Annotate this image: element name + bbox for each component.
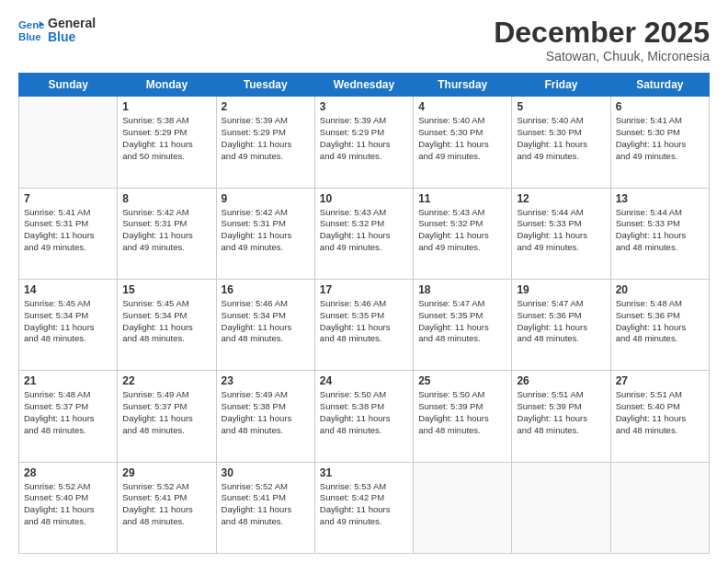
day-info: Sunrise: 5:45 AMSunset: 5:34 PMDaylight:… xyxy=(24,298,112,345)
calendar-cell: 30Sunrise: 5:52 AMSunset: 5:41 PMDayligh… xyxy=(216,462,314,553)
day-info: Sunrise: 5:50 AMSunset: 5:39 PMDaylight:… xyxy=(418,389,506,436)
calendar-week-row: 21Sunrise: 5:48 AMSunset: 5:37 PMDayligh… xyxy=(19,371,710,462)
day-number: 27 xyxy=(616,374,704,387)
day-info: Sunrise: 5:43 AMSunset: 5:32 PMDaylight:… xyxy=(320,207,408,254)
title-block: December 2025 Satowan, Chuuk, Micronesia xyxy=(494,17,710,63)
calendar-cell: 11Sunrise: 5:43 AMSunset: 5:32 PMDayligh… xyxy=(414,188,512,279)
calendar-day-header: Wednesday xyxy=(314,74,413,97)
day-number: 30 xyxy=(222,466,310,479)
day-info: Sunrise: 5:44 AMSunset: 5:33 PMDaylight:… xyxy=(517,207,605,254)
day-info: Sunrise: 5:39 AMSunset: 5:29 PMDaylight:… xyxy=(320,115,408,162)
day-info: Sunrise: 5:49 AMSunset: 5:37 PMDaylight:… xyxy=(122,389,210,436)
logo-blue: Blue xyxy=(48,30,96,44)
day-number: 14 xyxy=(24,283,112,296)
calendar-cell: 23Sunrise: 5:49 AMSunset: 5:38 PMDayligh… xyxy=(216,371,314,462)
day-number: 5 xyxy=(517,100,605,113)
header: General Blue General Blue December 2025 … xyxy=(18,17,710,63)
day-info: Sunrise: 5:52 AMSunset: 5:41 PMDaylight:… xyxy=(222,481,310,528)
calendar-cell: 4Sunrise: 5:40 AMSunset: 5:30 PMDaylight… xyxy=(414,97,512,188)
day-info: Sunrise: 5:39 AMSunset: 5:29 PMDaylight:… xyxy=(222,115,310,162)
day-info: Sunrise: 5:40 AMSunset: 5:30 PMDaylight:… xyxy=(418,115,506,162)
day-number: 29 xyxy=(122,466,210,479)
day-info: Sunrise: 5:42 AMSunset: 5:31 PMDaylight:… xyxy=(122,207,210,254)
day-info: Sunrise: 5:47 AMSunset: 5:35 PMDaylight:… xyxy=(418,298,506,345)
calendar-cell: 12Sunrise: 5:44 AMSunset: 5:33 PMDayligh… xyxy=(512,188,610,279)
calendar-cell: 22Sunrise: 5:49 AMSunset: 5:37 PMDayligh… xyxy=(118,371,216,462)
calendar-day-header: Tuesday xyxy=(216,74,314,97)
day-number: 19 xyxy=(517,283,605,296)
calendar-table: SundayMondayTuesdayWednesdayThursdayFrid… xyxy=(18,73,710,554)
calendar-cell: 24Sunrise: 5:50 AMSunset: 5:38 PMDayligh… xyxy=(314,371,413,462)
day-info: Sunrise: 5:41 AMSunset: 5:30 PMDaylight:… xyxy=(616,115,704,162)
day-number: 9 xyxy=(222,192,310,205)
day-number: 22 xyxy=(122,374,210,387)
calendar-header-row: SundayMondayTuesdayWednesdayThursdayFrid… xyxy=(19,74,710,97)
day-info: Sunrise: 5:40 AMSunset: 5:30 PMDaylight:… xyxy=(517,115,605,162)
day-number: 24 xyxy=(320,374,408,387)
day-number: 15 xyxy=(122,283,210,296)
day-number: 4 xyxy=(418,100,506,113)
calendar-cell: 2Sunrise: 5:39 AMSunset: 5:29 PMDaylight… xyxy=(216,97,314,188)
calendar-cell xyxy=(19,97,118,188)
calendar-week-row: 7Sunrise: 5:41 AMSunset: 5:31 PMDaylight… xyxy=(19,188,710,279)
calendar-cell: 20Sunrise: 5:48 AMSunset: 5:36 PMDayligh… xyxy=(610,279,709,370)
logo-general: General xyxy=(48,17,96,30)
day-info: Sunrise: 5:38 AMSunset: 5:29 PMDaylight:… xyxy=(122,115,210,162)
day-info: Sunrise: 5:46 AMSunset: 5:35 PMDaylight:… xyxy=(320,298,408,345)
location: Satowan, Chuuk, Micronesia xyxy=(494,49,710,63)
day-info: Sunrise: 5:43 AMSunset: 5:32 PMDaylight:… xyxy=(418,207,506,254)
day-number: 10 xyxy=(320,192,408,205)
day-number: 20 xyxy=(616,283,704,296)
day-number: 26 xyxy=(517,374,605,387)
day-number: 8 xyxy=(122,192,210,205)
svg-text:Blue: Blue xyxy=(18,31,41,42)
day-info: Sunrise: 5:42 AMSunset: 5:31 PMDaylight:… xyxy=(222,207,310,254)
calendar-cell: 28Sunrise: 5:52 AMSunset: 5:40 PMDayligh… xyxy=(19,462,118,553)
day-number: 11 xyxy=(418,192,506,205)
day-number: 21 xyxy=(24,374,112,387)
calendar-cell: 3Sunrise: 5:39 AMSunset: 5:29 PMDaylight… xyxy=(314,97,413,188)
calendar-cell: 14Sunrise: 5:45 AMSunset: 5:34 PMDayligh… xyxy=(19,279,118,370)
calendar-cell: 27Sunrise: 5:51 AMSunset: 5:40 PMDayligh… xyxy=(610,371,709,462)
calendar-cell: 5Sunrise: 5:40 AMSunset: 5:30 PMDaylight… xyxy=(512,97,610,188)
calendar-day-header: Friday xyxy=(512,74,610,97)
day-number: 23 xyxy=(222,374,310,387)
calendar-cell: 21Sunrise: 5:48 AMSunset: 5:37 PMDayligh… xyxy=(19,371,118,462)
day-info: Sunrise: 5:48 AMSunset: 5:37 PMDaylight:… xyxy=(24,389,112,436)
day-info: Sunrise: 5:47 AMSunset: 5:36 PMDaylight:… xyxy=(517,298,605,345)
day-info: Sunrise: 5:51 AMSunset: 5:40 PMDaylight:… xyxy=(616,389,704,436)
day-info: Sunrise: 5:52 AMSunset: 5:40 PMDaylight:… xyxy=(24,481,112,528)
day-number: 2 xyxy=(222,100,310,113)
calendar-day-header: Monday xyxy=(118,74,216,97)
day-info: Sunrise: 5:45 AMSunset: 5:34 PMDaylight:… xyxy=(122,298,210,345)
calendar-cell: 19Sunrise: 5:47 AMSunset: 5:36 PMDayligh… xyxy=(512,279,610,370)
calendar-cell: 16Sunrise: 5:46 AMSunset: 5:34 PMDayligh… xyxy=(216,279,314,370)
calendar-cell: 9Sunrise: 5:42 AMSunset: 5:31 PMDaylight… xyxy=(216,188,314,279)
calendar-cell: 18Sunrise: 5:47 AMSunset: 5:35 PMDayligh… xyxy=(414,279,512,370)
calendar-week-row: 28Sunrise: 5:52 AMSunset: 5:40 PMDayligh… xyxy=(19,462,710,553)
calendar-day-header: Thursday xyxy=(414,74,512,97)
calendar-cell: 25Sunrise: 5:50 AMSunset: 5:39 PMDayligh… xyxy=(414,371,512,462)
day-number: 17 xyxy=(320,283,408,296)
day-info: Sunrise: 5:52 AMSunset: 5:41 PMDaylight:… xyxy=(122,481,210,528)
day-number: 6 xyxy=(616,100,704,113)
day-number: 3 xyxy=(320,100,408,113)
calendar-cell: 13Sunrise: 5:44 AMSunset: 5:33 PMDayligh… xyxy=(610,188,709,279)
calendar-cell: 8Sunrise: 5:42 AMSunset: 5:31 PMDaylight… xyxy=(118,188,216,279)
day-number: 31 xyxy=(320,466,408,479)
calendar-cell xyxy=(610,462,709,553)
day-number: 25 xyxy=(418,374,506,387)
calendar-cell: 1Sunrise: 5:38 AMSunset: 5:29 PMDaylight… xyxy=(118,97,216,188)
day-number: 1 xyxy=(122,100,210,113)
calendar-cell: 10Sunrise: 5:43 AMSunset: 5:32 PMDayligh… xyxy=(314,188,413,279)
calendar-cell: 31Sunrise: 5:53 AMSunset: 5:42 PMDayligh… xyxy=(314,462,413,553)
day-info: Sunrise: 5:50 AMSunset: 5:38 PMDaylight:… xyxy=(320,389,408,436)
calendar-cell: 6Sunrise: 5:41 AMSunset: 5:30 PMDaylight… xyxy=(610,97,709,188)
calendar-cell xyxy=(512,462,610,553)
calendar-cell: 29Sunrise: 5:52 AMSunset: 5:41 PMDayligh… xyxy=(118,462,216,553)
calendar-day-header: Sunday xyxy=(19,74,118,97)
day-number: 18 xyxy=(418,283,506,296)
day-number: 7 xyxy=(24,192,112,205)
calendar-cell: 15Sunrise: 5:45 AMSunset: 5:34 PMDayligh… xyxy=(118,279,216,370)
calendar-cell: 17Sunrise: 5:46 AMSunset: 5:35 PMDayligh… xyxy=(314,279,413,370)
